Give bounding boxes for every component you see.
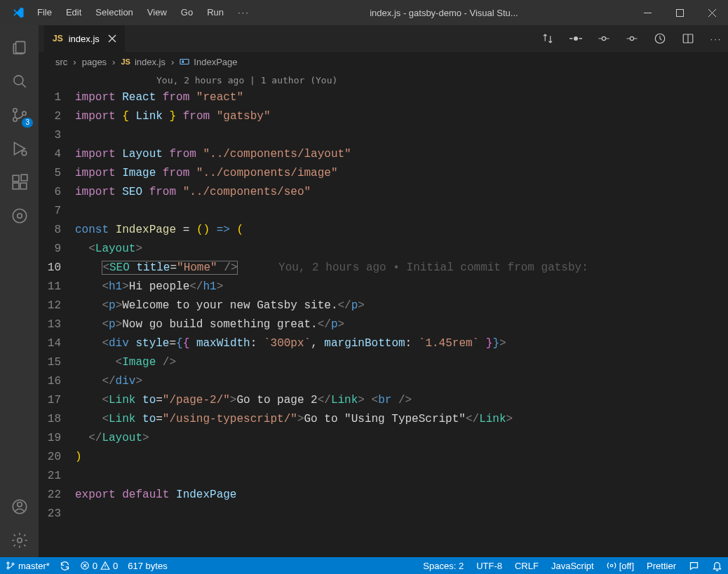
svg-rect-24: [180, 60, 189, 64]
window-controls: [631, 0, 728, 25]
breadcrumb-item[interactable]: JSindex.js: [118, 57, 168, 67]
svg-rect-19: [579, 38, 583, 39]
svg-rect-8: [13, 175, 19, 182]
accounts-icon[interactable]: [0, 490, 39, 524]
breadcrumbs[interactable]: src › pages › JSindex.js › IndexPage: [39, 52, 728, 71]
svg-point-17: [574, 36, 578, 41]
bell-icon: [712, 561, 722, 571]
git-commit-prev-icon[interactable]: [596, 32, 612, 45]
svg-point-12: [13, 209, 27, 223]
status-feedback[interactable]: [689, 561, 699, 571]
menu-run[interactable]: Run: [200, 0, 231, 25]
chevron-right-icon: ›: [73, 57, 76, 67]
tabs-bar: JS index.js ···: [39, 25, 728, 52]
svg-point-27: [7, 567, 9, 569]
svg-rect-18: [569, 38, 573, 39]
revision-nav-icon[interactable]: [652, 32, 668, 45]
menu-go[interactable]: Go: [174, 0, 200, 25]
explorer-icon[interactable]: [0, 31, 39, 64]
menu-edit[interactable]: Edit: [59, 0, 88, 25]
settings-gear-icon[interactable]: [0, 524, 39, 557]
svg-point-6: [22, 111, 25, 115]
svg-point-13: [17, 214, 22, 219]
tab-label: index.js: [69, 34, 100, 44]
status-notifications[interactable]: [712, 561, 722, 571]
svg-rect-10: [20, 183, 27, 189]
svg-rect-25: [182, 60, 184, 63]
breadcrumb-item[interactable]: src: [53, 57, 70, 67]
menu-file[interactable]: File: [30, 0, 59, 25]
status-problems[interactable]: 0 0: [80, 561, 118, 571]
editor-more-icon[interactable]: ···: [708, 34, 724, 44]
status-prettier[interactable]: Prettier: [647, 561, 676, 571]
warning-icon: [100, 561, 110, 570]
status-spaces[interactable]: Spaces: 2: [423, 561, 464, 571]
status-filesize[interactable]: 617 bytes: [128, 561, 167, 571]
symbol-variable-icon: [180, 57, 189, 67]
svg-point-5: [13, 118, 16, 121]
svg-point-30: [610, 564, 613, 567]
activity-bar: 3: [0, 25, 39, 557]
svg-rect-9: [13, 183, 19, 189]
maximize-button[interactable]: [663, 0, 696, 25]
compare-changes-icon[interactable]: [540, 32, 555, 45]
svg-point-3: [13, 76, 22, 85]
svg-point-7: [22, 151, 27, 156]
codelens-text[interactable]: You, 2 hours ago | 1 author (You): [39, 71, 728, 88]
window-title: index.js - gatsby-demo - Visual Stu...: [257, 8, 631, 18]
menu-selection[interactable]: Selection: [88, 0, 140, 25]
breadcrumb-item[interactable]: IndexPage: [177, 57, 240, 67]
menu-view[interactable]: View: [140, 0, 174, 25]
git-commit-next-icon[interactable]: [624, 32, 640, 45]
status-language[interactable]: JavaScript: [551, 561, 594, 571]
editor-actions: ···: [540, 25, 728, 52]
gitlens-icon[interactable]: [0, 199, 39, 233]
sync-icon: [60, 561, 70, 571]
extensions-icon[interactable]: [0, 165, 39, 199]
git-commit-filled-icon[interactable]: [568, 32, 584, 45]
breadcrumb-item[interactable]: pages: [79, 57, 109, 67]
status-branch[interactable]: master*: [6, 561, 50, 571]
status-eol[interactable]: CRLF: [515, 561, 539, 571]
scrollbar-vertical[interactable]: [718, 88, 728, 557]
svg-rect-0: [644, 13, 652, 13]
svg-point-28: [12, 563, 14, 565]
source-control-icon[interactable]: 3: [0, 98, 39, 132]
status-sync[interactable]: [60, 561, 70, 571]
menu-overflow-icon[interactable]: ···: [231, 0, 257, 25]
feedback-icon: [689, 561, 699, 571]
vscode-logo-icon: [6, 6, 30, 19]
source-control-badge: 3: [22, 118, 33, 128]
minimize-button[interactable]: [631, 0, 663, 25]
status-bar: master* 0 0 617 bytes Spaces: 2 UTF-8 CR…: [0, 557, 728, 574]
svg-point-4: [13, 109, 16, 112]
text-editor[interactable]: 1import React from "react" 2import { Lin…: [39, 88, 728, 557]
split-editor-icon[interactable]: [680, 32, 696, 45]
error-icon: [80, 561, 90, 570]
svg-point-15: [17, 503, 22, 507]
svg-point-21: [630, 36, 633, 40]
editor-area: JS index.js ··· src › pages › JSin: [39, 25, 728, 557]
js-file-icon: JS: [121, 57, 130, 66]
svg-point-26: [7, 562, 9, 564]
menubar: File Edit Selection View Go Run ···: [30, 0, 257, 25]
status-encoding[interactable]: UTF-8: [476, 561, 502, 571]
close-button[interactable]: [696, 0, 728, 25]
broadcast-icon: [607, 561, 616, 570]
git-branch-icon: [6, 561, 15, 570]
run-debug-icon[interactable]: [0, 132, 39, 165]
svg-point-20: [602, 36, 605, 40]
chevron-right-icon: ›: [171, 57, 174, 67]
js-file-icon: JS: [53, 34, 63, 43]
status-liveshare[interactable]: [off]: [607, 561, 634, 571]
git-blame-annotation: You, 2 hours ago • Initial commit from g…: [278, 261, 588, 274]
svg-rect-11: [21, 175, 27, 181]
editor-tab[interactable]: JS index.js: [44, 25, 126, 52]
search-icon[interactable]: [0, 64, 39, 98]
svg-rect-2: [15, 41, 25, 53]
chevron-right-icon: ›: [112, 57, 115, 67]
title-bar: File Edit Selection View Go Run ··· inde…: [0, 0, 728, 25]
svg-rect-1: [676, 9, 683, 16]
svg-point-16: [17, 538, 22, 543]
tab-close-button[interactable]: [108, 34, 116, 43]
